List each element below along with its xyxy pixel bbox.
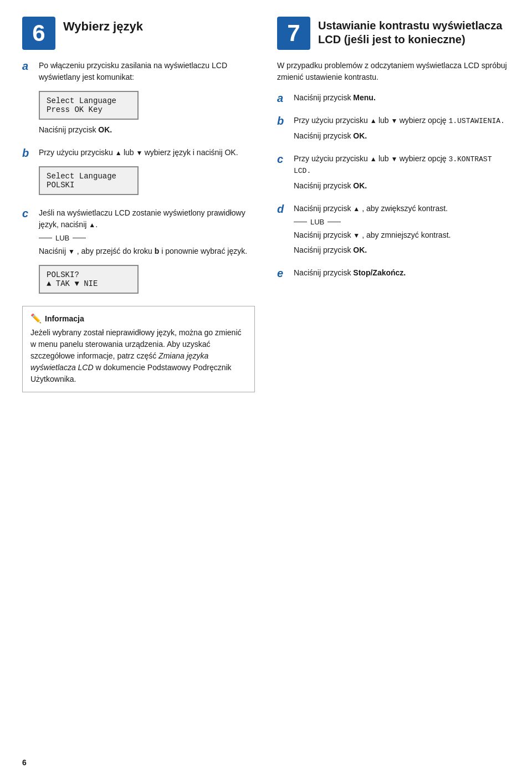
section-6-title: Wybierz język [63,17,143,34]
section-7-header: 7 Ustawianie kontrastu wyświetlacza LCD … [277,17,510,50]
step-7c-after: Naciśnij przycisk OK. [294,180,510,192]
step-7e-content: Naciśnij przycisk Stop/Zakończ. [294,267,510,282]
step-7d-label: d [277,203,287,216]
step-7b: b Przy użyciu przycisku ▲ lub ▼ wybierz … [277,115,510,145]
step-7a-content: Naciśnij przycisk Menu. [294,92,510,107]
tri-down-7b-icon: ▼ [391,117,400,125]
step-6c: c Jeśli na wyświetlaczu LCD zostanie wyś… [22,207,255,298]
lcd-line-3: Select Language [47,172,131,181]
step-6b-label: b [22,147,32,160]
step-6b-text: Przy użyciu przycisku ▲ lub ▼ wybierz ję… [39,147,255,158]
section-7-intro: W przypadku problemów z odczytaniem wyśw… [277,60,510,83]
step-7e-label: e [277,267,287,280]
triangle-down-2-icon: ▼ [68,248,75,255]
step-6a: a Po włączeniu przycisku zasilania na wy… [22,60,255,139]
lcd-display-3: POLSKI? ▲ TAK ▼ NIE [39,265,139,294]
step-7c: c Przy użyciu przycisku ▲ lub ▼ wybierz … [277,153,510,195]
step-7b-text: Przy użyciu przycisku ▲ lub ▼ wybierz op… [294,115,510,127]
step-7d: d Naciśnij przycisk ▲ , aby zwiększyć ko… [277,203,510,259]
triangle-up-icon: ▲ [115,149,124,157]
step-6a-after: Naciśnij przycisk OK. [39,124,255,136]
lcd-line-6: ▲ TAK ▼ NIE [47,279,131,288]
step-7b-after: Naciśnij przycisk OK. [294,130,510,142]
step-6a-label: a [22,60,32,73]
info-box: ✏️ Informacja Jeżeli wybrany został niep… [22,306,255,392]
step-6a-intro: Po włączeniu przycisku zasilania na wyśw… [39,60,255,83]
lub-line-left [39,238,52,238]
step-7c-text: Przy użyciu przycisku ▲ lub ▼ wybierz op… [294,153,510,177]
step-7d-content: Naciśnij przycisk ▲ , aby zwiększyć kont… [294,203,510,259]
lub-divider-1: LUB [39,234,255,242]
step-6b: b Przy użyciu przycisku ▲ lub ▼ wybierz … [22,147,255,199]
lcd-line-5: POLSKI? [47,270,131,279]
step-7b-label: b [277,115,287,127]
lcd-line-4: POLSKI [47,181,131,190]
step-7c-label: c [277,153,287,166]
step-7c-content: Przy użyciu przycisku ▲ lub ▼ wybierz op… [294,153,510,195]
info-icon: ✏️ [30,313,42,324]
lcd-line-2: Press OK Key [47,105,131,114]
lub-divider-2: LUB [294,218,510,226]
tri-down-7d-icon: ▼ [353,232,360,239]
lcd-display-2: Select Language POLSKI [39,166,139,195]
step-7d-text2: Naciśnij przycisk ▼ , aby zmniejszyć kon… [294,229,510,241]
info-title: ✏️ Informacja [30,313,247,324]
info-text: Jeżeli wybrany został nieprawidłowy języ… [30,327,247,385]
right-section: 7 Ustawianie kontrastu wyświetlacza LCD … [277,17,510,392]
step-7e-text: Naciśnij przycisk Stop/Zakończ. [294,267,510,279]
step-6c-text2: Naciśnij ▼ , aby przejść do kroku b i po… [39,245,255,257]
page-number: 6 [22,758,27,767]
step-7d-text3: Naciśnij przycisk OK. [294,244,510,256]
step-6c-text1: Jeśli na wyświetlaczu LCD zostanie wyświ… [39,207,255,231]
tri-up-7b-icon: ▲ [370,117,378,125]
step-7a: a Naciśnij przycisk Menu. [277,92,510,107]
triangle-down-icon: ▼ [136,149,145,157]
step-6c-content: Jeśli na wyświetlaczu LCD zostanie wyświ… [39,207,255,298]
lub-line-right-2 [328,222,341,222]
step-7a-text: Naciśnij przycisk Menu. [294,92,510,104]
lcd-display-1: Select Language Press OK Key [39,91,139,120]
step-6b-content: Przy użyciu przycisku ▲ lub ▼ wybierz ję… [39,147,255,199]
triangle-up-2-icon: ▲ [89,221,95,229]
step-7b-content: Przy użyciu przycisku ▲ lub ▼ wybierz op… [294,115,510,145]
lcd-line-1: Select Language [47,96,131,105]
section-7-title: Ustawianie kontrastu wyświetlacza LCD (j… [318,17,510,47]
section-7-number: 7 [277,17,310,50]
lub-line-left-2 [294,222,307,222]
step-6a-content: Po włączeniu przycisku zasilania na wyśw… [39,60,255,139]
lub-line-right [73,238,86,238]
step-7e: e Naciśnij przycisk Stop/Zakończ. [277,267,510,282]
step-7d-text1: Naciśnij przycisk ▲ , aby zwiększyć kont… [294,203,510,214]
section-6-header: 6 Wybierz język [22,17,255,50]
section-6-number: 6 [22,17,55,50]
step-7a-label: a [277,92,287,105]
step-6c-label: c [22,207,32,220]
tri-down-7c-icon: ▼ [391,155,400,163]
tri-up-7d-icon: ▲ [353,205,360,213]
tri-up-7c-icon: ▲ [370,155,378,163]
left-section: 6 Wybierz język a Po włączeniu przycisku… [22,17,255,392]
